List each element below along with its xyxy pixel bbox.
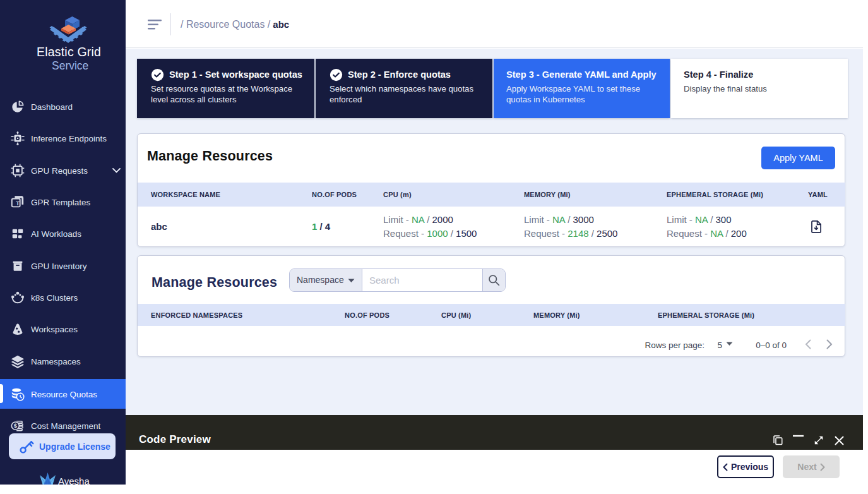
svg-text:Avesha: Avesha	[58, 476, 90, 485]
svg-text:$: $	[14, 422, 18, 429]
svg-text:T: T	[16, 200, 20, 207]
